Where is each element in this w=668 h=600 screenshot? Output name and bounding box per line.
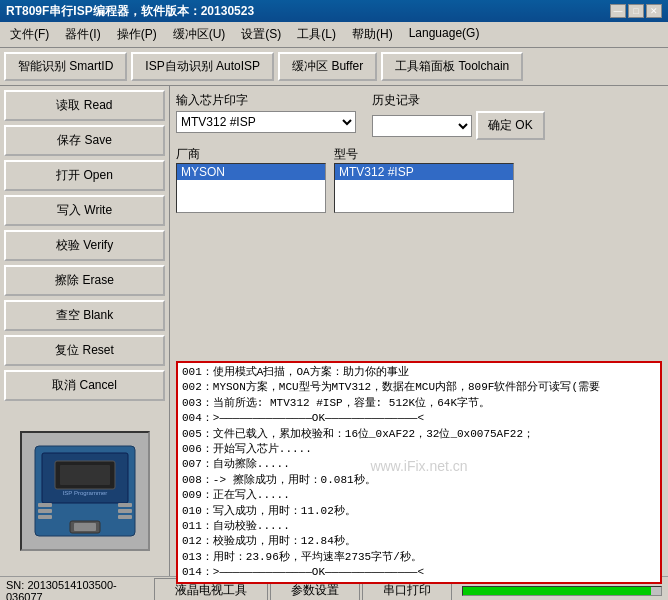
- menu-device[interactable]: 器件(I): [59, 24, 106, 45]
- autoisp-button[interactable]: ISP自动识别 AutoISP: [131, 52, 274, 81]
- blank-button[interactable]: 查空 Blank: [4, 300, 165, 331]
- cancel-button[interactable]: 取消 Cancel: [4, 370, 165, 401]
- vendor-type-row: 厂商 MYSON 型号 MTV312 #ISP: [176, 146, 662, 355]
- svg-text:ISP Programmer: ISP Programmer: [62, 490, 107, 496]
- confirm-button[interactable]: 确定 OK: [476, 111, 545, 140]
- svg-rect-13: [74, 523, 96, 531]
- form-row-top: 输入芯片印字 MTV312 #ISP 历史记录 确定 OK: [176, 92, 662, 140]
- menu-settings[interactable]: 设置(S): [235, 24, 287, 45]
- svg-rect-11: [118, 515, 132, 519]
- left-panel: 读取 Read 保存 Save 打开 Open 写入 Write 校验 Veri…: [0, 86, 170, 576]
- device-image: RT809F ISP Programmer: [4, 409, 165, 572]
- progress-bar: [462, 586, 662, 596]
- type-group: 型号 MTV312 #ISP: [334, 146, 514, 355]
- maximize-button[interactable]: □: [628, 4, 644, 18]
- type-listbox[interactable]: MTV312 #ISP: [334, 163, 514, 213]
- close-button[interactable]: ✕: [646, 4, 662, 18]
- main-content: 读取 Read 保存 Save 打开 Open 写入 Write 校验 Veri…: [0, 86, 668, 576]
- menu-buffer[interactable]: 缓冲区(U): [167, 24, 232, 45]
- save-button[interactable]: 保存 Save: [4, 125, 165, 156]
- log-container: 001：使用模式A扫描，OA方案：助力你的事业002：MYSON方案，MCU型号…: [176, 361, 662, 570]
- open-button[interactable]: 打开 Open: [4, 160, 165, 191]
- chip-print-label: 输入芯片印字: [176, 92, 356, 109]
- read-button[interactable]: 读取 Read: [4, 90, 165, 121]
- menu-help[interactable]: 帮助(H): [346, 24, 399, 45]
- title-bar: RT809F串行ISP编程器，软件版本：20130523 — □ ✕: [0, 0, 668, 22]
- type-label: 型号: [334, 146, 514, 163]
- vendor-group: 厂商 MYSON: [176, 146, 326, 355]
- menu-tools[interactable]: 工具(L): [291, 24, 342, 45]
- title-bar-controls: — □ ✕: [610, 4, 662, 18]
- toolchain-button[interactable]: 工具箱面板 Toolchain: [381, 52, 523, 81]
- history-group: 历史记录 确定 OK: [372, 92, 545, 140]
- history-select[interactable]: [372, 115, 472, 137]
- window-title: RT809F串行ISP编程器，软件版本：20130523: [6, 3, 254, 20]
- menu-file[interactable]: 文件(F): [4, 24, 55, 45]
- toolbar: 智能识别 SmartID ISP自动识别 AutoISP 缓冲区 Buffer …: [0, 48, 668, 86]
- svg-rect-10: [118, 509, 132, 513]
- write-button[interactable]: 写入 Write: [4, 195, 165, 226]
- smartid-button[interactable]: 智能识别 SmartID: [4, 52, 127, 81]
- svg-rect-6: [38, 503, 52, 507]
- right-panel: 输入芯片印字 MTV312 #ISP 历史记录 确定 OK 厂商 MYSON: [170, 86, 668, 576]
- chip-print-group: 输入芯片印字 MTV312 #ISP: [176, 92, 356, 133]
- verify-button[interactable]: 校验 Verify: [4, 230, 165, 261]
- menu-bar: 文件(F) 器件(I) 操作(P) 缓冲区(U) 设置(S) 工具(L) 帮助(…: [0, 22, 668, 48]
- minimize-button[interactable]: —: [610, 4, 626, 18]
- type-item[interactable]: MTV312 #ISP: [335, 164, 513, 180]
- vendor-listbox[interactable]: MYSON: [176, 163, 326, 213]
- svg-rect-5: [60, 465, 110, 485]
- log-area[interactable]: 001：使用模式A扫描，OA方案：助力你的事业002：MYSON方案，MCU型号…: [176, 361, 662, 584]
- svg-rect-7: [38, 509, 52, 513]
- menu-operation[interactable]: 操作(P): [111, 24, 163, 45]
- svg-rect-8: [38, 515, 52, 519]
- vendor-item[interactable]: MYSON: [177, 164, 325, 180]
- buffer-button[interactable]: 缓冲区 Buffer: [278, 52, 377, 81]
- menu-language[interactable]: Language(G): [403, 24, 486, 45]
- svg-rect-9: [118, 503, 132, 507]
- chip-print-select[interactable]: MTV312 #ISP: [176, 111, 356, 133]
- vendor-label: 厂商: [176, 146, 326, 163]
- device-photo: RT809F ISP Programmer: [20, 431, 150, 551]
- progress-inner: [463, 587, 651, 595]
- erase-button[interactable]: 擦除 Erase: [4, 265, 165, 296]
- reset-button[interactable]: 复位 Reset: [4, 335, 165, 366]
- history-label: 历史记录: [372, 92, 545, 109]
- serial-number: SN: 20130514103500-036077: [6, 579, 144, 601]
